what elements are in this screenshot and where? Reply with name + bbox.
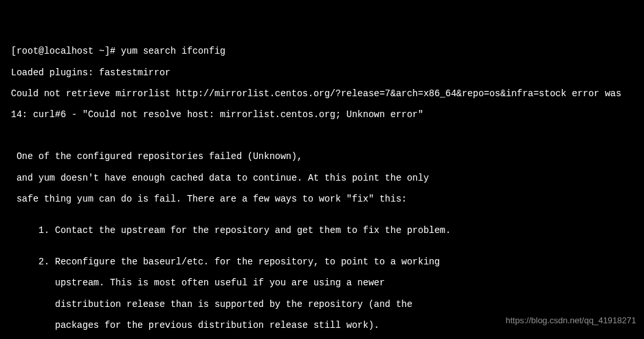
watermark-text: https://blog.csdn.net/qq_41918271 <box>506 316 637 326</box>
terminal-output-line: and yum doesn't have enough cached data … <box>0 173 644 183</box>
terminal-output-line: 2. Reconfigure the baseurl/etc. for the … <box>0 257 644 267</box>
terminal-prompt-line: [root@localhost ~]# yum search ifconfig <box>0 46 644 56</box>
terminal-output-line: upstream. This is most often useful if y… <box>0 277 644 288</box>
terminal-output-line: One of the configured repositories faile… <box>0 151 644 162</box>
terminal-output-line: Loaded plugins: fastestmirror <box>0 67 644 78</box>
terminal-output-line: safe thing yum can do is fail. There are… <box>0 194 644 204</box>
terminal-output-line: 14: curl#6 - "Could not resolve host: mi… <box>0 109 644 120</box>
terminal-output-line: Could not retrieve mirrorlist http://mir… <box>0 88 644 99</box>
terminal-output-line: distribution release than is supported b… <box>0 299 644 310</box>
terminal-output-line: 1. Contact the upstream for the reposito… <box>0 225 644 236</box>
